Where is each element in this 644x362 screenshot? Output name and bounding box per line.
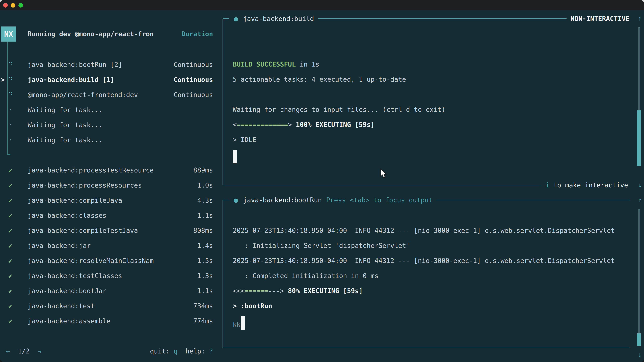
task-name: Waiting for task...: [28, 121, 102, 129]
task-done-check-icon: ✔: [8, 212, 12, 219]
task-row[interactable]: ✔java-backend:bootJar1.1s: [0, 283, 216, 298]
prev-page-arrow-icon[interactable]: ←: [6, 348, 10, 355]
terminal-line: 5 actionable tasks: 4 executed, 1 up-to-…: [233, 72, 627, 87]
header-rule: [318, 18, 566, 19]
terminal-text-segment: 80% EXECUTING [59s]: [288, 287, 363, 295]
terminal-output: 2025-07-23T13:40:18.950-04:00 INFO 44312…: [233, 208, 627, 329]
zoom-window-button[interactable]: [18, 3, 23, 7]
terminal-line: > IDLE: [233, 132, 627, 147]
task-row[interactable]: ✔java-backend:assemble774ms: [0, 313, 216, 329]
task-name: java-backend:compileJava: [28, 197, 122, 204]
task-running-spinner-icon: ⠙: [8, 76, 12, 83]
task-name: java-backend:bootJar: [28, 287, 106, 295]
task-done-check-icon: ✔: [8, 302, 12, 310]
task-row[interactable]: ✔java-backend:resolveMainClassNam1.5s: [0, 253, 216, 268]
next-page-arrow-icon[interactable]: →: [38, 348, 42, 355]
desktop: NX Running dev @mono-app/react-fron Dura…: [0, 0, 644, 362]
task-list-header: Running dev @mono-app/react-fron Duratio…: [0, 26, 216, 41]
task-duration: 4.3s: [197, 197, 216, 204]
task-row[interactable]: ·Waiting for task...: [0, 132, 216, 147]
panel-bootrun-footer: [223, 340, 644, 355]
terminal-text-segment: [292, 121, 296, 128]
mouse-cursor: [380, 168, 388, 179]
border-stub: [223, 18, 229, 19]
terminal-text-segment: in 1s: [296, 60, 320, 68]
task-duration: Continuous: [174, 91, 216, 98]
terminal-line: <<<======---> 80% EXECUTING [59s]: [233, 283, 627, 299]
task-status-dot-icon: ●: [234, 196, 238, 204]
task-row[interactable]: ✔java-backend:compileTestJava808ms: [0, 223, 216, 238]
task-duration: 1.1s: [197, 212, 216, 219]
scrollbar-track[interactable]: [638, 209, 640, 333]
task-duration: 1.5s: [197, 257, 216, 265]
panel-bootrun-header: ● java-backend:bootRun Press <tab> to fo…: [223, 192, 644, 207]
task-row[interactable]: >⠙java-backend:build [1]Continuous: [0, 72, 216, 87]
terminal-text-segment: kk: [233, 321, 241, 329]
task-row[interactable]: ✔java-backend:jar1.4s: [0, 238, 216, 253]
task-list-footer: ← 1/2 → quit: q help: ?: [0, 344, 216, 359]
task-row[interactable]: ⠙java-backend:bootRun [2]Continuous: [0, 57, 216, 72]
task-name: java-backend:processTestResource: [28, 166, 154, 174]
panel-build-footer: i to make interactive: [223, 177, 644, 193]
terminal-line: BUILD SUCCESSFUL in 1s: [233, 57, 627, 72]
task-name: java-backend:assemble: [28, 317, 110, 325]
page-indicator: 1/2: [14, 348, 34, 355]
titlebar: [0, 0, 644, 10]
close-window-button[interactable]: [3, 3, 8, 7]
task-row[interactable]: ✔java-backend:compileJava4.3s: [0, 193, 216, 208]
scroll-down-icon[interactable]: ↓: [638, 177, 642, 193]
output-panel-bootrun: ● java-backend:bootRun Press <tab> to fo…: [222, 200, 644, 348]
task-row[interactable]: ⠙@mono-app/react-frontend:devContinuous: [0, 87, 216, 102]
scroll-down-icon[interactable]: ↓: [638, 347, 642, 362]
terminal-text-segment: : Initializing Servlet 'dispatcherServle…: [233, 242, 410, 249]
task-row[interactable]: ✔java-backend:processResources1.0s: [0, 178, 216, 193]
terminal-line: [233, 42, 627, 57]
panel-title: java-backend:bootRun: [243, 196, 322, 204]
terminal-text-segment: >: [280, 287, 284, 295]
task-duration: 889ms: [193, 166, 216, 174]
task-duration: 734ms: [193, 302, 216, 310]
scroll-up-icon[interactable]: ↑: [638, 11, 642, 26]
task-duration: 1.1s: [197, 287, 216, 295]
terminal-line: kk: [233, 314, 627, 329]
task-running-spinner-icon: ⠙: [8, 61, 12, 68]
interactive-hint-text: to make interactive: [549, 181, 628, 189]
scrollbar-thumb[interactable]: [637, 110, 641, 166]
task-running-spinner-icon: ⠙: [8, 91, 12, 98]
terminal-text-segment: 2025-07-23T13:40:18.950-04:00 INFO 44312…: [233, 227, 615, 234]
help-label: help:: [186, 348, 209, 355]
duration-column-header: Duration: [182, 26, 213, 41]
terminal-text-segment: > IDLE: [233, 136, 256, 143]
minimize-window-button[interactable]: [11, 3, 15, 7]
terminal-line: [233, 87, 627, 102]
task-row[interactable]: ·Waiting for task...: [0, 117, 216, 132]
hint-spacer: [178, 348, 186, 355]
task-row[interactable]: ✔java-backend:testClasses1.3s: [0, 268, 216, 283]
terminal-text-segment: <<<: [233, 287, 244, 295]
footer-rule: [223, 348, 630, 348]
terminal-line: : Completed initialization in 0 ms: [233, 268, 627, 283]
help-key: ?: [209, 348, 213, 355]
terminal-line: : Initializing Servlet 'dispatcherServle…: [233, 238, 627, 253]
interactivity-mode-badge: NON-INTERACTIVE: [570, 15, 630, 22]
quit-key: q: [174, 348, 178, 355]
task-duration: 774ms: [193, 317, 216, 325]
task-row[interactable]: ✔java-backend:classes1.1s: [0, 208, 216, 223]
task-done-check-icon: ✔: [8, 242, 12, 249]
task-name: @mono-app/react-frontend:dev: [28, 91, 138, 98]
interactive-key: i: [546, 181, 549, 189]
terminal-line: [233, 27, 627, 42]
task-row[interactable]: ·Waiting for task...: [0, 102, 216, 117]
task-done-check-icon: ✔: [8, 257, 12, 265]
terminal-line: > :bootRun: [233, 299, 627, 314]
terminal-line: [233, 208, 627, 223]
task-row[interactable]: ✔java-backend:processTestResource889ms: [0, 163, 216, 178]
scroll-up-icon[interactable]: ↑: [638, 192, 642, 207]
footer-rule: [223, 185, 542, 185]
scrollbar-track[interactable]: [638, 27, 640, 110]
keyboard-hints: quit: q help: ?: [150, 348, 213, 355]
selected-task-marker-icon: >: [1, 76, 4, 83]
task-name: java-backend:build [1]: [28, 76, 114, 83]
task-duration: 808ms: [193, 227, 216, 234]
task-row[interactable]: ✔java-backend:test734ms: [0, 298, 216, 313]
